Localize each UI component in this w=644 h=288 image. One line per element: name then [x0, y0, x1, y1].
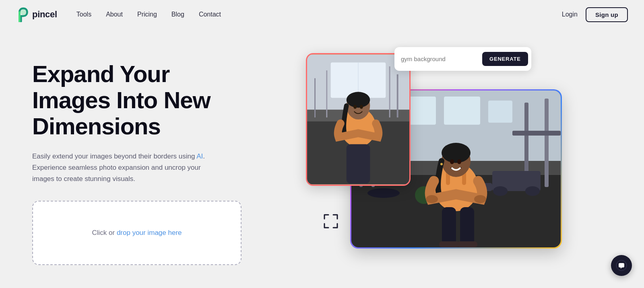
svg-point-12: [347, 92, 370, 108]
svg-point-0: [21, 10, 26, 15]
svg-point-35: [367, 188, 400, 198]
chat-button[interactable]: [611, 255, 632, 276]
left-panel: Expand Your Images Into New Dimensions E…: [32, 53, 250, 265]
hero-subtitle: Easily extend your images beyond their b…: [32, 151, 217, 185]
generate-button[interactable]: GENERATE: [482, 52, 528, 66]
generate-box: GENERATE: [394, 47, 531, 71]
svg-rect-34: [488, 101, 512, 123]
signup-button[interactable]: Sign up: [586, 7, 628, 22]
nav-contact[interactable]: Contact: [199, 11, 221, 18]
svg-point-46: [426, 195, 438, 203]
svg-point-47: [474, 195, 486, 203]
svg-point-13: [353, 105, 357, 109]
svg-point-30: [493, 186, 508, 196]
logo-link[interactable]: pincel: [16, 7, 57, 22]
svg-point-42: [442, 143, 471, 163]
prompt-input[interactable]: [401, 56, 477, 62]
navbar: pincel Tools About Pricing Blog Contact …: [0, 0, 644, 29]
expand-icon: [322, 212, 340, 230]
svg-rect-50: [439, 241, 459, 247]
main-content: Expand Your Images Into New Dimensions E…: [0, 29, 644, 288]
svg-point-45: [440, 163, 443, 165]
svg-rect-15: [347, 144, 370, 184]
right-panel: GENERATE: [282, 45, 612, 270]
svg-rect-33: [444, 97, 480, 125]
svg-point-43: [450, 159, 454, 164]
logo-icon: [16, 7, 29, 22]
nav-links: Tools About Pricing Blog Contact: [76, 11, 562, 18]
login-button[interactable]: Login: [562, 11, 578, 18]
image-dropzone[interactable]: Click or drop your image here: [32, 201, 242, 265]
svg-rect-51: [457, 241, 477, 247]
nav-blog[interactable]: Blog: [171, 11, 184, 18]
nav-tools[interactable]: Tools: [76, 11, 91, 18]
logo-text: pincel: [32, 9, 57, 20]
nav-about[interactable]: About: [106, 11, 123, 18]
dropzone-label: Click or drop your image here: [92, 229, 182, 237]
expand-icon-container: [322, 212, 340, 230]
nav-auth: Login Sign up: [562, 7, 628, 22]
svg-point-31: [525, 186, 540, 196]
hero-title: Expand Your Images Into New Dimensions: [32, 61, 250, 140]
nav-pricing[interactable]: Pricing: [137, 11, 157, 18]
before-image: [306, 53, 411, 186]
svg-point-44: [457, 159, 461, 164]
ai-link[interactable]: AI: [196, 152, 203, 160]
svg-point-14: [360, 105, 363, 109]
svg-rect-28: [512, 131, 561, 136]
svg-rect-27: [545, 99, 549, 187]
